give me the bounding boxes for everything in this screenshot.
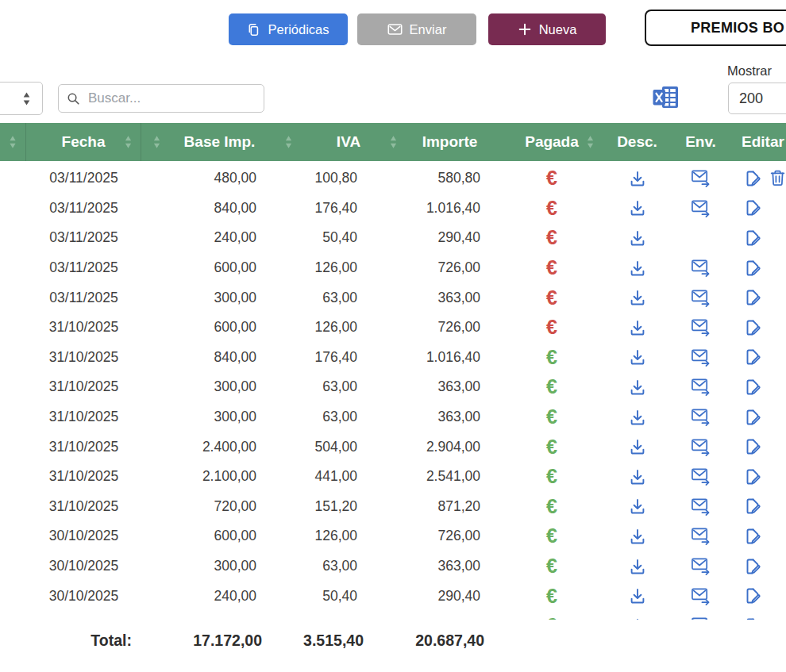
- edit-icon[interactable]: [743, 169, 762, 188]
- download-icon[interactable]: [628, 527, 647, 546]
- header-base-imp[interactable]: Base Imp.: [141, 123, 298, 161]
- edit-icon[interactable]: [743, 497, 762, 516]
- paid-status-icon[interactable]: €: [546, 168, 557, 188]
- header-iva-label: IVA: [337, 133, 360, 151]
- send-email-icon[interactable]: [691, 497, 711, 516]
- download-icon[interactable]: [628, 259, 647, 278]
- header-env: Env.: [671, 123, 730, 161]
- paid-status-icon[interactable]: €: [546, 586, 557, 606]
- paid-status-icon[interactable]: €: [546, 497, 557, 516]
- paid-status-icon[interactable]: €: [546, 348, 557, 367]
- paid-status-icon[interactable]: €: [546, 258, 557, 278]
- total-iva: 3.515,40: [298, 632, 399, 650]
- table-row: 31/10/2025 300,00 63,00 363,00 €: [0, 402, 786, 432]
- cell-base-imp: 840,00: [141, 611, 298, 620]
- edit-icon[interactable]: [743, 198, 762, 217]
- download-icon[interactable]: [628, 437, 647, 456]
- enviar-button[interactable]: Enviar: [357, 13, 476, 45]
- edit-icon[interactable]: [743, 318, 762, 337]
- paid-status-icon[interactable]: €: [546, 526, 557, 546]
- download-icon[interactable]: [628, 467, 647, 486]
- send-email-icon[interactable]: [691, 526, 711, 546]
- envelope-icon: [387, 23, 403, 36]
- header-pagada[interactable]: Pagada: [500, 123, 603, 161]
- header-iva[interactable]: IVA: [298, 123, 399, 161]
- download-icon[interactable]: [628, 169, 647, 188]
- send-email-icon[interactable]: [691, 198, 711, 218]
- paid-status-icon[interactable]: €: [546, 407, 557, 427]
- search-icon: [67, 92, 80, 106]
- download-icon[interactable]: [628, 198, 647, 217]
- table-row: 31/10/2025 720,00 151,20 871,20 €: [0, 492, 786, 522]
- header-fecha[interactable]: Fecha: [26, 123, 141, 161]
- send-email-icon[interactable]: [691, 377, 711, 397]
- download-icon[interactable]: [628, 228, 647, 248]
- table-row: 03/11/2025 240,00 50,40 290,40 €: [0, 223, 786, 253]
- send-email-icon[interactable]: [691, 437, 711, 457]
- paid-status-icon[interactable]: €: [546, 288, 557, 308]
- cell-importe: 1.016,40: [399, 611, 500, 620]
- edit-icon[interactable]: [743, 378, 762, 397]
- edit-icon[interactable]: [743, 586, 762, 605]
- total-label: Total:: [0, 632, 141, 650]
- send-email-icon[interactable]: [691, 467, 711, 486]
- cell-base-imp: 840,00: [141, 194, 298, 224]
- paid-status-icon[interactable]: €: [546, 317, 557, 337]
- header-base-label: Base Imp.: [184, 133, 256, 151]
- send-email-icon[interactable]: [691, 586, 711, 606]
- send-email-icon[interactable]: [691, 288, 711, 308]
- delete-icon[interactable]: [769, 169, 786, 187]
- paid-status-icon[interactable]: €: [546, 377, 557, 397]
- cell-iva: 176,40: [298, 343, 399, 373]
- header-desc: Desc.: [603, 123, 671, 161]
- paid-status-icon[interactable]: €: [546, 198, 557, 218]
- search-input[interactable]: [87, 90, 256, 107]
- paid-status-icon[interactable]: €: [546, 228, 557, 248]
- edit-icon[interactable]: [743, 228, 762, 248]
- edit-icon[interactable]: [743, 348, 762, 367]
- cell-fecha: 31/10/2025: [26, 462, 141, 492]
- edit-icon[interactable]: [743, 408, 762, 427]
- cell-iva: 100,80: [298, 163, 399, 194]
- cell-fecha: 30/10/2025: [26, 611, 141, 620]
- download-icon[interactable]: [628, 378, 647, 397]
- cell-importe: 363,00: [399, 282, 500, 313]
- paid-status-icon[interactable]: €: [546, 556, 557, 576]
- edit-icon[interactable]: [743, 288, 762, 307]
- edit-icon[interactable]: [743, 527, 762, 546]
- table-row: 31/10/2025 2.100,00 441,00 2.541,00 €: [0, 462, 786, 492]
- edit-icon[interactable]: [743, 557, 762, 576]
- download-icon[interactable]: [628, 408, 647, 427]
- cell-base-imp: 300,00: [141, 402, 298, 432]
- send-email-icon[interactable]: [691, 258, 711, 278]
- edit-icon[interactable]: [743, 259, 762, 278]
- cell-fecha: 03/11/2025: [26, 282, 141, 313]
- header-importe[interactable]: Importe: [399, 123, 500, 161]
- download-icon[interactable]: [628, 288, 647, 307]
- nueva-button[interactable]: Nueva: [488, 13, 606, 45]
- send-email-icon[interactable]: [691, 317, 711, 337]
- send-email-icon[interactable]: [691, 556, 711, 576]
- filter-select[interactable]: [0, 82, 43, 115]
- download-icon[interactable]: [628, 348, 647, 367]
- header-col-select[interactable]: [0, 123, 26, 161]
- export-excel-button[interactable]: [650, 85, 680, 112]
- send-email-icon[interactable]: [691, 168, 711, 188]
- download-icon[interactable]: [628, 557, 647, 576]
- paid-status-icon[interactable]: €: [546, 437, 557, 457]
- page-size-select[interactable]: 200: [728, 83, 786, 114]
- cell-fecha: 03/11/2025: [26, 194, 141, 224]
- edit-icon[interactable]: [743, 437, 762, 456]
- download-icon[interactable]: [628, 497, 647, 516]
- paid-status-icon[interactable]: €: [546, 467, 557, 486]
- edit-icon[interactable]: [743, 467, 762, 486]
- premios-button[interactable]: PREMIOS BO: [645, 10, 786, 46]
- table-row: 03/11/2025 300,00 63,00 363,00 €: [0, 282, 786, 313]
- periodicas-button[interactable]: Periódicas: [229, 13, 348, 45]
- cell-importe: 2.904,00: [399, 432, 500, 462]
- download-icon[interactable]: [628, 318, 647, 337]
- download-icon[interactable]: [628, 586, 647, 605]
- send-email-icon[interactable]: [691, 407, 711, 427]
- send-email-icon[interactable]: [691, 348, 711, 367]
- cell-base-imp: 840,00: [141, 343, 298, 373]
